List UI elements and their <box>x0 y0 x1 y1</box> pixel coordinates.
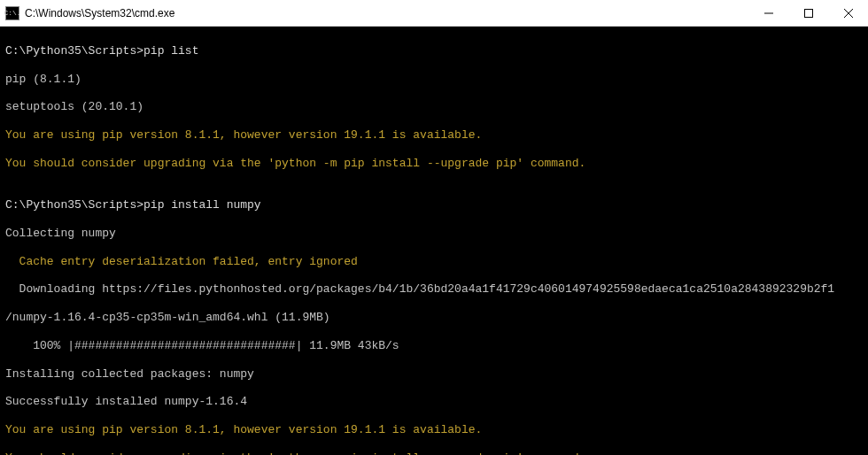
output-line: setuptools (20.10.1) <box>5 100 863 114</box>
titlebar-left: C:\. C:\Windows\System32\cmd.exe <box>0 6 174 20</box>
output-line: Downloading https://files.pythonhosted.o… <box>5 282 863 297</box>
output-line: pip (8.1.1) <box>5 73 863 87</box>
terminal-output[interactable]: C:\Python35\Scripts>pip list pip (8.1.1)… <box>0 27 868 455</box>
svg-rect-1 <box>804 9 812 17</box>
warning-line: You should consider upgrading via the 'p… <box>5 451 863 455</box>
maximize-button[interactable] <box>788 0 828 26</box>
titlebar-buttons <box>748 0 868 26</box>
warning-line: You are using pip version 8.1.1, however… <box>5 423 863 437</box>
window-title: C:\Windows\System32\cmd.exe <box>25 7 174 19</box>
output-line: Successfully installed numpy-1.16.4 <box>5 395 863 409</box>
warning-line: You are using pip version 8.1.1, however… <box>5 128 863 143</box>
output-line: /numpy-1.16.4-cp35-cp35m-win_amd64.whl (… <box>5 311 863 325</box>
minimize-button[interactable] <box>748 0 788 26</box>
cache-warning-line: Cache entry deserialization failed, entr… <box>5 255 863 269</box>
close-button[interactable] <box>828 0 868 26</box>
command-input: pip install numpy <box>143 198 261 212</box>
cmd-icon: C:\. <box>5 6 19 20</box>
prompt: C:\Python35\Scripts> <box>5 44 143 58</box>
warning-line: You should consider upgrading via the 'p… <box>5 157 863 171</box>
prompt: C:\Python35\Scripts> <box>5 198 143 212</box>
output-line: Collecting numpy <box>5 227 863 241</box>
window-titlebar: C:\. C:\Windows\System32\cmd.exe <box>0 0 868 27</box>
progress-line: 100% |################################| … <box>5 339 863 353</box>
output-line: Installing collected packages: numpy <box>5 367 863 382</box>
command-input: pip list <box>143 44 198 58</box>
